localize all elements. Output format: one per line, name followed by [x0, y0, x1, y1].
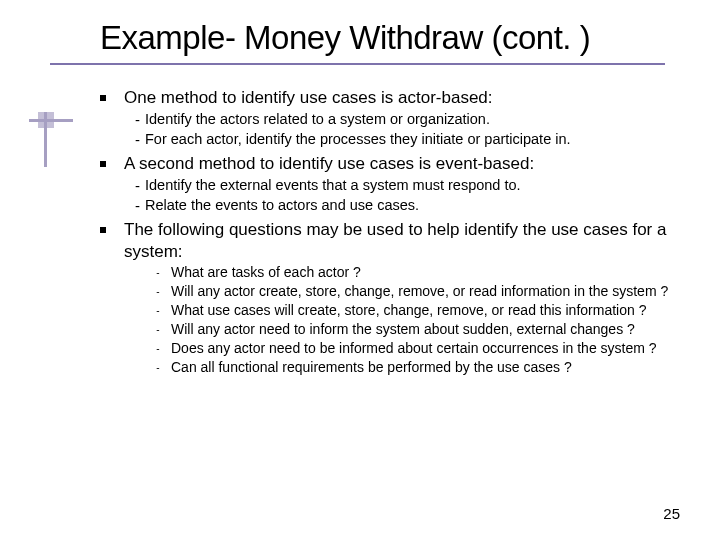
title-block: Example- Money Withdraw (cont. ): [100, 20, 680, 65]
bullet-1-text: One method to identify use cases is acto…: [124, 87, 493, 108]
title-underline: [50, 63, 665, 65]
dash-icon: -: [145, 359, 171, 377]
square-bullet-icon: [100, 95, 106, 101]
sub-text: What use cases will create, store, chang…: [171, 302, 680, 319]
slide: Example- Money Withdraw (cont. ) One met…: [0, 0, 720, 540]
list-item: -Will any actor need to inform the syste…: [145, 321, 680, 339]
bullet-1: One method to identify use cases is acto…: [100, 87, 680, 108]
sub-text: Relate the events to actors and use case…: [145, 196, 419, 215]
sub-text: What are tasks of each actor ?: [171, 264, 680, 281]
bullet-2-text: A second method to identify use cases is…: [124, 153, 534, 174]
sub-text: Identify the actors related to a system …: [145, 110, 490, 129]
slide-content: One method to identify use cases is acto…: [100, 87, 680, 377]
dash-icon: -: [145, 321, 171, 339]
square-bullet-icon: [100, 227, 106, 233]
bullet-3: The following questions may be used to h…: [100, 219, 680, 262]
bullet-1-subs: -Identify the actors related to a system…: [135, 110, 680, 149]
list-item: -Does any actor need to be informed abou…: [145, 340, 680, 358]
list-item: -Identify the actors related to a system…: [135, 110, 680, 130]
sub-text: Will any actor create, store, change, re…: [171, 283, 680, 300]
list-item: -For each actor, identify the processes …: [135, 130, 680, 150]
bullet-2-subs: -Identify the external events that a sys…: [135, 176, 680, 215]
bullet-3-subs: -What are tasks of each actor ? -Will an…: [145, 264, 680, 377]
list-item: -Identify the external events that a sys…: [135, 176, 680, 196]
dash-icon: -: [135, 176, 145, 196]
dash-icon: -: [135, 196, 145, 216]
decor-horizontal-bar: [29, 119, 73, 122]
dash-icon: -: [145, 264, 171, 282]
slide-title: Example- Money Withdraw (cont. ): [100, 20, 680, 57]
sub-text: Does any actor need to be informed about…: [171, 340, 680, 357]
bullet-2: A second method to identify use cases is…: [100, 153, 680, 174]
list-item: -What are tasks of each actor ?: [145, 264, 680, 282]
sub-text: For each actor, identify the processes t…: [145, 130, 571, 149]
dash-icon: -: [135, 130, 145, 150]
dash-icon: -: [145, 302, 171, 320]
list-item: -Relate the events to actors and use cas…: [135, 196, 680, 216]
sub-text: Can all functional requirements be perfo…: [171, 359, 680, 376]
square-bullet-icon: [100, 161, 106, 167]
bullet-3-text: The following questions may be used to h…: [124, 219, 680, 262]
list-item: -What use cases will create, store, chan…: [145, 302, 680, 320]
dash-icon: -: [145, 283, 171, 301]
sub-text: Will any actor need to inform the system…: [171, 321, 680, 338]
page-number: 25: [663, 505, 680, 522]
list-item: -Can all functional requirements be perf…: [145, 359, 680, 377]
dash-icon: -: [145, 340, 171, 358]
dash-icon: -: [135, 110, 145, 130]
list-item: -Will any actor create, store, change, r…: [145, 283, 680, 301]
sub-text: Identify the external events that a syst…: [145, 176, 521, 195]
